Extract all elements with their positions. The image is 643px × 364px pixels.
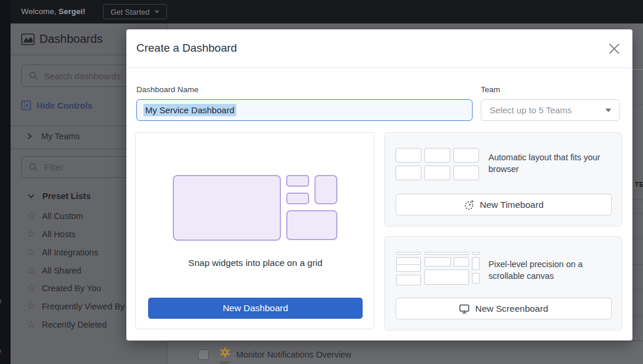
get-started-button[interactable]: Get Started (103, 4, 167, 19)
chevron-down-icon (155, 11, 159, 14)
dashboard-name-value: My Service Dashboard (143, 104, 236, 116)
sidebar-item-all-custom[interactable]: ☆All Custom (26, 211, 83, 221)
teams-column-header: TEAMS (635, 181, 643, 188)
widget-placeholder (314, 175, 337, 204)
monitor-icon (459, 304, 470, 314)
star-icon: ☆ (26, 211, 35, 221)
nav-text-fragment: e (0, 297, 2, 305)
stopwatch-icon (464, 200, 474, 210)
my-teams-section-toggle[interactable]: My Teams (26, 132, 80, 141)
modal-title: Create a Dashboard (136, 42, 237, 55)
divider (126, 68, 632, 68)
filter-placeholder: Filter (44, 162, 63, 172)
sidebar-item-all-shared[interactable]: ☆All Shared (26, 265, 81, 275)
close-icon[interactable] (608, 42, 621, 55)
star-icon: ☆ (26, 265, 35, 275)
team-select-placeholder: Select up to 5 Teams (490, 105, 572, 115)
timeboard-description: Automatic layout that fits your browser (488, 152, 615, 175)
area-chart-icon (21, 33, 35, 45)
sidebar-item-all-hosts[interactable]: ☆All Hosts (26, 229, 75, 239)
star-icon: ☆ (26, 247, 35, 257)
welcome-text: Welcome, Sergei! (21, 7, 85, 16)
widget-placeholder (173, 175, 281, 241)
star-icon: ☆ (26, 301, 35, 311)
team-label: Team (481, 85, 500, 94)
timeboard-card: Automatic layout that fits your browser … (384, 132, 622, 227)
dashboard-name-label: Dashboard Name (136, 85, 199, 94)
table-row[interactable]: system Monitor Notifications Overview (168, 341, 643, 364)
top-bar: Welcome, Sergei! Get Started (11, 0, 643, 23)
screenboard-illustration (396, 252, 480, 285)
hide-controls-link[interactable]: Hide Controls (21, 100, 92, 110)
left-nav-rail: e y (0, 0, 11, 364)
sidebar-item-recently-deleted[interactable]: ☆Recently Deleted (26, 319, 107, 329)
widget-placeholder (286, 193, 309, 204)
system-gear-icon: system (219, 346, 232, 364)
grid-dashboard-card: Snap widgets into place on a grid New Da… (135, 132, 374, 329)
grid-card-caption: Snap widgets into place on a grid (136, 258, 375, 268)
create-dashboard-modal: Create a Dashboard Dashboard Name My Ser… (126, 29, 632, 341)
search-placeholder: Search dashboards (44, 71, 120, 81)
widget-placeholder (286, 175, 309, 187)
chevron-down-icon (605, 109, 611, 112)
star-icon: ☆ (26, 283, 35, 293)
search-icon (29, 163, 38, 172)
new-dashboard-button[interactable]: New Dashboard (148, 298, 363, 319)
grid-widgets-illustration (173, 175, 338, 241)
sidebar-item-created-by-you[interactable]: ☆Created By You (26, 283, 101, 293)
nav-text-fragment: y (0, 348, 1, 356)
row-checkbox[interactable] (198, 349, 209, 360)
new-timeboard-button[interactable]: New Timeboard (396, 194, 612, 215)
screenboard-description: Pixel-level precision on a scrollable ca… (488, 259, 606, 282)
screenboard-card: Pixel-level precision on a scrollable ca… (384, 236, 622, 331)
screen: e y Welcome, Sergei! Get Started Dashboa… (0, 0, 643, 364)
chevron-right-icon (26, 132, 33, 140)
dashboard-name-input[interactable]: My Service Dashboard (136, 99, 473, 121)
page-title: Dashboards (39, 32, 103, 46)
search-icon (29, 71, 38, 80)
team-select[interactable]: Select up to 5 Teams (481, 99, 620, 121)
dashboard-row-title: Monitor Notifications Overview (236, 350, 351, 359)
sidebar-item-all-integrations[interactable]: ☆All Integrations (26, 247, 98, 257)
sidebar-item-frequently-viewed[interactable]: ☆Frequently Viewed By You (26, 301, 141, 311)
preset-lists-section-toggle[interactable]: Preset Lists (27, 191, 91, 201)
hide-controls-icon (21, 100, 31, 110)
new-screenboard-button[interactable]: New Screenboard (396, 298, 612, 319)
system-label: system (219, 360, 232, 364)
chevron-down-icon (27, 193, 35, 200)
widget-placeholder (286, 210, 337, 240)
star-icon: ☆ (26, 229, 35, 239)
star-icon: ☆ (26, 319, 35, 329)
